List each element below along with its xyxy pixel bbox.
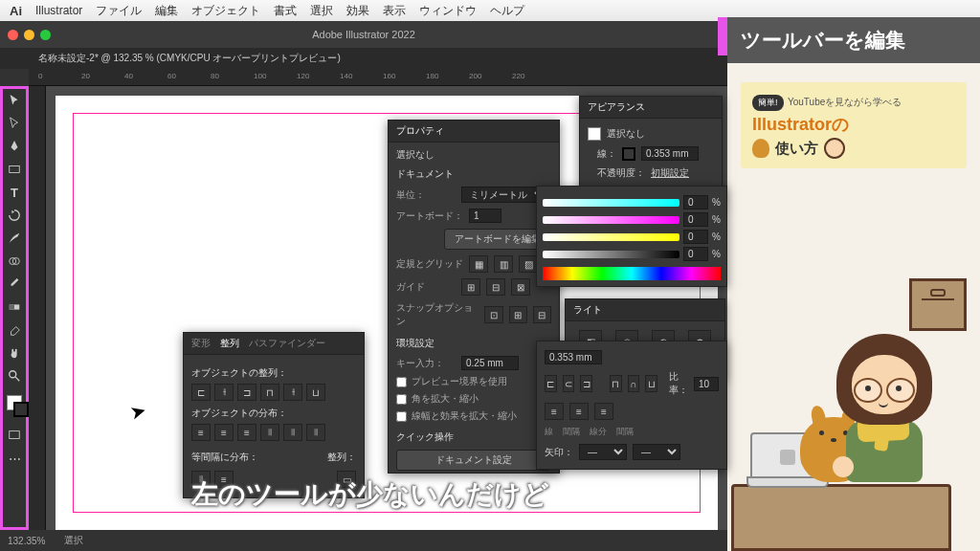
- menu-window[interactable]: ウィンドウ: [419, 3, 477, 19]
- arrow-start-select[interactable]: —: [579, 444, 627, 460]
- dist-bottom-icon[interactable]: ≡: [237, 424, 256, 441]
- guide-show-icon[interactable]: ⊞: [461, 278, 480, 296]
- tab-transform[interactable]: 変形: [191, 337, 211, 350]
- menu-file[interactable]: ファイル: [96, 3, 142, 19]
- dist-vcenter-icon[interactable]: ≡: [214, 424, 234, 441]
- chk-scale-corners[interactable]: [396, 394, 407, 405]
- document-setup-button[interactable]: ドキュメント設定: [396, 450, 551, 471]
- dist-left-icon[interactable]: ⦀: [260, 424, 279, 441]
- close-icon[interactable]: [8, 30, 18, 40]
- input-y[interactable]: [683, 230, 708, 244]
- eraser-tool[interactable]: [3, 319, 26, 342]
- align-stroke-inside-icon[interactable]: ≡: [569, 403, 589, 420]
- window-controls[interactable]: [8, 30, 51, 40]
- appear-swatch[interactable]: [588, 127, 601, 141]
- maximize-icon[interactable]: [40, 30, 51, 40]
- rotate-tool[interactable]: [3, 204, 26, 227]
- prop-unit-select[interactable]: ミリメートル: [461, 187, 547, 203]
- color-spectrum[interactable]: [543, 267, 721, 280]
- menu-help[interactable]: ヘルプ: [490, 3, 524, 19]
- menu-object[interactable]: オブジェクト: [191, 3, 260, 19]
- grid-icon[interactable]: ▥: [494, 255, 513, 273]
- align-top-icon[interactable]: ⊓: [260, 384, 279, 401]
- align-panel[interactable]: 変形 整列 パスファインダー オブジェクトの整列： ⊏ ⫲ ⊐ ⊓ ⫲ ⊔ オブ…: [183, 332, 365, 498]
- app-name[interactable]: Illustrator: [35, 4, 82, 17]
- gradient-tool[interactable]: [3, 296, 26, 319]
- align-vcenter-icon[interactable]: ⫲: [283, 384, 302, 401]
- slider-y[interactable]: [543, 233, 679, 241]
- menu-view[interactable]: 表示: [383, 3, 406, 19]
- tab-appearance[interactable]: アピアランス: [588, 100, 645, 114]
- smart-guide-icon[interactable]: ⊠: [511, 278, 530, 296]
- menu-select[interactable]: 選択: [310, 3, 333, 19]
- snap-grid-icon[interactable]: ⊞: [509, 306, 527, 323]
- zoom-tool[interactable]: [3, 364, 26, 387]
- dist-hcenter-icon[interactable]: ⦀: [283, 424, 302, 441]
- arrow-end-select[interactable]: —: [633, 444, 680, 460]
- stroke-swatch-icon[interactable]: [622, 147, 635, 161]
- direct-selection-tool[interactable]: [3, 112, 26, 135]
- color-panel[interactable]: % % % %: [536, 186, 727, 287]
- align-hcenter-icon[interactable]: ⫲: [214, 384, 234, 401]
- fill-stroke-control[interactable]: [3, 393, 26, 424]
- chk-scale-strokes[interactable]: [396, 411, 407, 422]
- stroke-ratio-input[interactable]: [694, 377, 719, 391]
- menu-effect[interactable]: 効果: [346, 3, 369, 19]
- tab-align[interactable]: 整列: [220, 337, 239, 350]
- screen-mode-tool[interactable]: [3, 424, 26, 447]
- edit-toolbar-button[interactable]: ⋯: [3, 447, 26, 470]
- stroke-width-input[interactable]: [545, 350, 602, 364]
- cap-projecting-icon[interactable]: ⊐: [580, 375, 592, 392]
- rectangle-tool[interactable]: [3, 158, 26, 181]
- stroke-color[interactable]: [13, 402, 29, 417]
- snap-point-icon[interactable]: ⊡: [484, 306, 502, 323]
- menu-type[interactable]: 書式: [274, 3, 297, 19]
- chk-preview[interactable]: [396, 377, 407, 387]
- document-tab[interactable]: 名称未設定-2* @ 132.35 % (CMYK/CPU オーバープリントプレ…: [0, 48, 727, 69]
- input-k[interactable]: [683, 247, 708, 261]
- ruler-icon[interactable]: ▦: [469, 255, 488, 273]
- snap-pixel-icon[interactable]: ⊟: [533, 306, 551, 323]
- pen-tool[interactable]: [3, 135, 26, 158]
- selection-tool[interactable]: [3, 89, 26, 112]
- transparency-grid-icon[interactable]: ▨: [519, 255, 538, 273]
- tab-properties[interactable]: プロパティ: [396, 124, 444, 138]
- align-left-icon[interactable]: ⊏: [191, 384, 211, 401]
- status-zoom[interactable]: 132.35%: [8, 536, 45, 546]
- type-tool[interactable]: T: [3, 181, 26, 204]
- corner-miter-icon[interactable]: ⊓: [610, 375, 622, 392]
- align-bottom-icon[interactable]: ⊔: [306, 384, 325, 401]
- align-right-icon[interactable]: ⊐: [237, 384, 256, 401]
- input-c[interactable]: [683, 195, 708, 209]
- menu-edit[interactable]: 編集: [155, 3, 178, 19]
- tutorial-title-banner: ツールバーを編集: [727, 17, 980, 63]
- dist-top-icon[interactable]: ≡: [191, 424, 211, 441]
- slider-k[interactable]: [543, 251, 679, 258]
- cap-butt-icon[interactable]: ⊏: [545, 375, 557, 392]
- appear-stroke-input[interactable]: [641, 146, 699, 161]
- minimize-icon[interactable]: [24, 30, 34, 40]
- appear-opacity-value[interactable]: 初期設定: [651, 166, 689, 180]
- prop-key-input[interactable]: [461, 356, 519, 370]
- dist-right-icon[interactable]: ⦀: [306, 424, 325, 441]
- align-stroke-outside-icon[interactable]: ≡: [594, 403, 613, 420]
- slider-m[interactable]: [543, 216, 679, 224]
- guide-lock-icon[interactable]: ⊟: [486, 278, 505, 296]
- corner-round-icon[interactable]: ∩: [628, 375, 640, 392]
- mini-creature-icon: [752, 139, 769, 158]
- properties-panel[interactable]: プロパティ 選択なし ドキュメント 単位： ミリメートル アートボード： アート…: [388, 120, 560, 474]
- prop-artboard-input[interactable]: [469, 209, 501, 223]
- brush-tool[interactable]: [3, 227, 26, 250]
- stroke-panel[interactable]: ⊏ ⊂ ⊐ ⊓ ∩ ⊔ 比率： ≡ ≡ ≡ 線 間隔 線分 間隔: [536, 341, 727, 470]
- shape-builder-tool[interactable]: [3, 250, 26, 273]
- slider-c[interactable]: [543, 199, 679, 207]
- prop-unit-label: 単位：: [396, 188, 456, 202]
- align-stroke-center-icon[interactable]: ≡: [545, 403, 564, 420]
- tab-light[interactable]: ライト: [573, 303, 602, 317]
- tab-pathfinder[interactable]: パスファインダー: [249, 337, 325, 350]
- cap-round-icon[interactable]: ⊂: [563, 375, 575, 392]
- eyedropper-tool[interactable]: [3, 273, 26, 296]
- corner-bevel-icon[interactable]: ⊔: [645, 375, 657, 392]
- hand-tool[interactable]: [3, 342, 26, 364]
- input-m[interactable]: [683, 212, 708, 227]
